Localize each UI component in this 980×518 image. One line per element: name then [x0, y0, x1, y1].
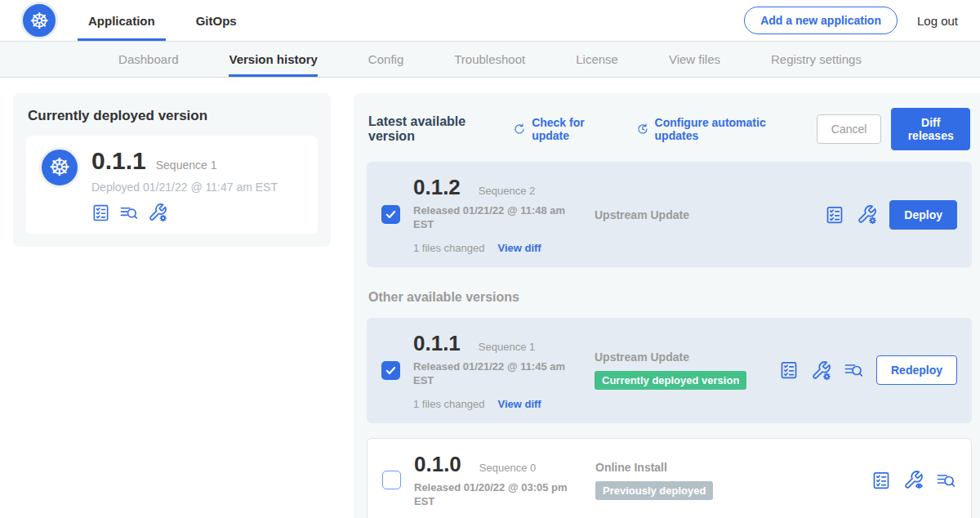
deploy-logs-icon[interactable]: [844, 360, 864, 380]
version-row-0.1.1: 0.1.1 Sequence 1 Released 01/21/22 @ 11:…: [367, 318, 972, 423]
subnav-item-view-files[interactable]: View files: [669, 42, 720, 77]
kubernetes-icon: ☸: [29, 10, 49, 32]
source-label: Online Install: [595, 461, 780, 474]
version-row-0.1.0: 0.1.0 Sequence 0 Released 01/20/22 @ 03:…: [367, 438, 972, 518]
view-config-icon[interactable]: [903, 470, 924, 490]
deployed-icon-row: [91, 203, 278, 222]
panel-header-actions: Cancel Diff releases: [817, 108, 970, 150]
deployed-version-number: 0.1.1: [91, 147, 146, 175]
version-checkbox[interactable]: [382, 471, 401, 489]
topbar-tabs: Application GitOps: [78, 0, 247, 41]
check-for-update-link[interactable]: Check for update: [513, 116, 614, 142]
released-timestamp: Released 01/20/22 @ 03:05 pm EST: [414, 481, 576, 509]
version-info: 0.1.1 Sequence 1 Released 01/21/22 @ 11:…: [413, 331, 575, 410]
configure-updates-label: Configure automatic updates: [655, 116, 795, 142]
main-content: Currently deployed version ☸ 0.1.1 Seque…: [0, 78, 980, 518]
source-label: Upstream Update: [595, 208, 779, 221]
subnav-label: License: [576, 52, 618, 66]
panel-header: Latest available version Check for updat…: [367, 106, 972, 162]
subnav-label: Registry settings: [771, 52, 862, 66]
tab-application-label: Application: [88, 14, 155, 28]
version-number: 0.1.0: [414, 452, 461, 477]
app-subnav: Dashboard Version history Config Trouble…: [0, 41, 980, 78]
subnav-item-version-history[interactable]: Version history: [229, 42, 317, 77]
deploy-logs-icon[interactable]: [936, 471, 956, 490]
deployed-sequence: Sequence 1: [156, 159, 217, 172]
subnav-label: Config: [368, 52, 403, 66]
tab-gitops[interactable]: GitOps: [185, 0, 247, 41]
refresh-icon: [513, 122, 526, 136]
redeploy-button[interactable]: Redeploy: [876, 355, 957, 385]
files-changed-label: 1 files changed: [413, 242, 484, 254]
edit-config-icon[interactable]: [857, 204, 877, 225]
version-sequence: Sequence 0: [479, 462, 536, 474]
edit-config-icon[interactable]: [811, 360, 831, 381]
subnav-label: View files: [669, 52, 720, 66]
version-number: 0.1.2: [413, 175, 461, 200]
kubernetes-icon: ☸: [49, 155, 71, 180]
preflight-checks-icon[interactable]: [91, 203, 110, 222]
version-source: Upstream Update Currently deployed versi…: [595, 351, 779, 390]
subnav-label: Version history: [229, 52, 317, 66]
deployed-version-card: ☸ 0.1.1 Sequence 1 Deployed 01/21/22 @ 1…: [26, 136, 318, 234]
version-info: 0.1.2 Sequence 2 Released 01/21/22 @ 11:…: [413, 175, 575, 254]
version-sequence: Sequence 1: [479, 341, 535, 353]
subnav-item-troubleshoot[interactable]: Troubleshoot: [454, 42, 525, 77]
preflight-checks-icon[interactable]: [779, 360, 799, 380]
app-logo: ☸: [20, 2, 58, 39]
cancel-button[interactable]: Cancel: [817, 114, 882, 144]
topbar-right: Add a new application Log out: [744, 0, 958, 41]
version-row-0.1.2: 0.1.2 Sequence 2 Released 01/21/22 @ 11:…: [367, 162, 972, 267]
deploy-button[interactable]: Deploy: [889, 200, 957, 230]
subnav-item-registry-settings[interactable]: Registry settings: [771, 42, 862, 77]
tab-gitops-label: GitOps: [196, 14, 237, 28]
released-timestamp: Released 01/21/22 @ 11:45 am EST: [413, 360, 575, 388]
view-diff-link[interactable]: View diff: [497, 242, 541, 254]
configure-updates-link[interactable]: Configure automatic updates: [636, 116, 795, 142]
preflight-checks-icon[interactable]: [871, 471, 891, 490]
subnav-item-dashboard[interactable]: Dashboard: [118, 42, 178, 77]
version-history-panel: Latest available version Check for updat…: [354, 93, 980, 518]
version-actions: Deploy: [825, 200, 957, 230]
version-checkbox[interactable]: [381, 361, 400, 380]
subnav-label: Dashboard: [118, 52, 178, 66]
check-icon: [385, 208, 397, 221]
latest-version-title: Latest available version: [368, 114, 500, 144]
view-diff-link[interactable]: View diff: [497, 398, 541, 410]
version-sequence: Sequence 2: [479, 185, 535, 197]
currently-deployed-badge: Currently deployed version: [595, 371, 746, 390]
currently-deployed-card: Currently deployed version ☸ 0.1.1 Seque…: [13, 93, 331, 247]
check-icon: [385, 364, 397, 377]
schedule-update-icon: [636, 122, 649, 136]
source-label: Upstream Update: [595, 351, 779, 364]
edit-config-icon[interactable]: [148, 203, 167, 222]
deploy-logs-icon[interactable]: [119, 203, 139, 222]
version-actions: [871, 470, 956, 490]
diff-releases-button[interactable]: Diff releases: [891, 108, 970, 150]
logout-link[interactable]: Log out: [917, 14, 958, 28]
deployed-version-info: 0.1.1 Sequence 1 Deployed 01/21/22 @ 11:…: [91, 147, 278, 222]
topbar: ☸ Application GitOps Add a new applicati…: [0, 0, 980, 41]
app-icon: ☸: [39, 147, 80, 188]
subnav-item-config[interactable]: Config: [368, 42, 403, 77]
subnav-label: Troubleshoot: [454, 52, 525, 66]
released-timestamp: Released 01/21/22 @ 11:48 am EST: [413, 204, 575, 232]
version-number: 0.1.1: [413, 331, 461, 356]
version-source: Online Install Previously deployed: [595, 461, 780, 500]
version-checkbox[interactable]: [381, 205, 400, 224]
check-for-update-label: Check for update: [532, 116, 614, 142]
other-versions-title: Other available versions: [368, 290, 970, 305]
version-source: Upstream Update: [595, 208, 779, 221]
version-actions: Redeploy: [779, 355, 957, 385]
add-application-button[interactable]: Add a new application: [744, 7, 898, 34]
files-changed-label: 1 files changed: [413, 398, 484, 410]
subnav-item-license[interactable]: License: [576, 42, 618, 77]
version-info: 0.1.0 Sequence 0 Released 01/20/22 @ 03:…: [414, 452, 576, 509]
tab-application[interactable]: Application: [78, 0, 166, 41]
preflight-checks-icon[interactable]: [825, 205, 844, 225]
currently-deployed-title: Currently deployed version: [28, 108, 318, 124]
deployed-timestamp: Deployed 01/21/22 @ 11:47 am EST: [91, 181, 278, 194]
previously-deployed-badge: Previously deployed: [595, 481, 713, 500]
